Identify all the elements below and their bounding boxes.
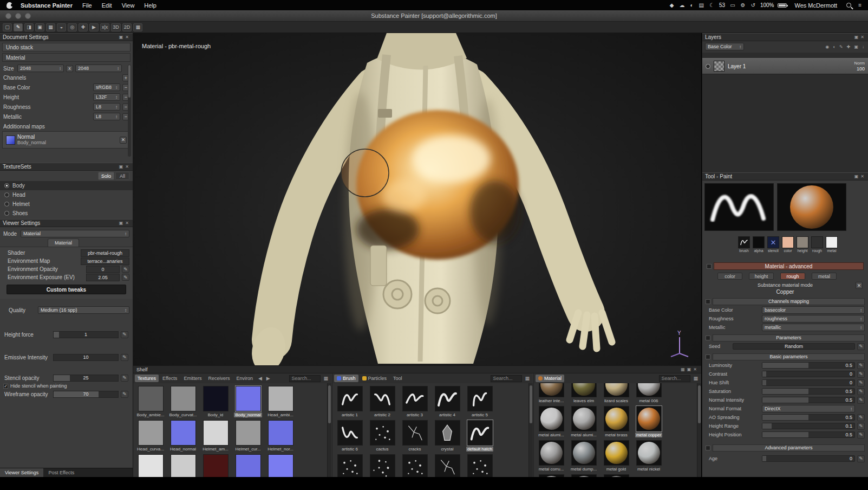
channel-metal[interactable]: metal [825,236,839,253]
left-scrollbar[interactable] [128,65,131,157]
emissive-intensity-slider[interactable]: 10 [53,354,119,361]
texture-item[interactable]: Body_normal [232,383,264,417]
grid-toggle-icon[interactable]: ▦ [133,23,142,31]
texture-set-head[interactable]: Head [0,190,133,199]
close-icon[interactable]: ✕ [692,367,698,372]
brush-item[interactable]: crystal [431,417,464,452]
cloud-icon[interactable]: ☁ [677,2,688,8]
tab-particles[interactable]: Particles [360,375,390,382]
import-icon[interactable]: ↓ [861,44,865,49]
stencil-opacity-slider[interactable]: 25 [53,375,119,382]
window-close-button[interactable] [5,13,11,19]
texture-item[interactable]: Shoes_curv... [167,452,199,477]
tab-material[interactable]: Material [536,375,564,382]
pen-icon[interactable]: ✎ [857,455,865,462]
channel-format-dropdown[interactable]: sRGB8↕ [93,83,120,91]
channel-color[interactable]: color [781,236,795,253]
prev-tabs-arrow[interactable]: ◀ [257,376,264,381]
texture-set-body[interactable]: Body [0,181,133,190]
brushes-search-input[interactable] [491,375,522,382]
parameters-header[interactable]: Parameters [713,334,865,341]
notification-center-icon[interactable]: ≡ [856,2,868,8]
pen-icon[interactable]: ✎ [857,423,865,430]
channel-format-dropdown[interactable]: L32F↕ [93,93,120,101]
param-slider[interactable]: 0.5 [762,397,855,403]
viewer-material-tab[interactable]: Material [48,238,79,247]
texture-set-helmet[interactable]: Helmet [0,199,133,209]
channel-format-dropdown[interactable]: L8↕ [93,113,120,120]
solo-button[interactable]: Solo [98,172,114,180]
add-folder-icon[interactable]: ▣ [853,44,859,49]
size-width-dropdown[interactable]: 2048↕ [17,65,64,72]
material-item[interactable]: leather inte... [535,383,567,403]
brush-item[interactable]: artistic 3 [399,383,431,417]
pen-icon[interactable]: ✎ [121,375,128,382]
material-item[interactable]: metal plate [600,472,632,477]
brush-item[interactable]: dirt 2 [366,452,399,477]
mapping-basecolor-dropdown[interactable]: basecolor↕ [762,306,865,314]
user-menu[interactable]: Wes McDermott [790,0,843,10]
polygon-fill-tool-icon[interactable]: ▦ [46,23,55,31]
tab-receivers[interactable]: Receivers [205,375,232,382]
menu-edit[interactable]: Edit [97,0,117,10]
pen-icon[interactable]: ✎ [857,379,865,386]
close-icon[interactable]: ✕ [124,164,130,169]
shader-value[interactable]: pbr-metal-rough [81,249,129,257]
material-item[interactable]: metal brass [600,403,632,437]
textures-search-input[interactable] [289,375,321,382]
texture-item[interactable]: Head_normal [167,417,199,452]
menu-view[interactable]: View [117,0,140,10]
character-model[interactable] [133,33,701,365]
normal-format-dropdown[interactable]: DirectX↕ [762,405,855,412]
layer-visibility-toggle[interactable] [706,64,710,69]
material-item[interactable]: metal plate [567,472,600,477]
environment-map-value[interactable]: terrace...anaries [81,257,129,265]
mode-dropdown[interactable]: Material↕ [21,230,129,237]
param-slider[interactable]: 0.1 [762,423,855,429]
material-item[interactable]: lizard scales [600,383,632,403]
brush-item[interactable]: dirt [334,452,366,477]
material-advanced-header[interactable]: Material - advanced [714,262,864,270]
height-force-slider[interactable]: 1 [53,331,119,338]
layer-row[interactable]: Layer 1 Norm 100 [702,58,868,74]
param-slider[interactable]: 0.5 [762,388,855,395]
layer-opacity-value[interactable]: 100 [857,66,865,72]
material-item[interactable]: metal alumi... [567,403,600,437]
tab-environment[interactable]: Environ [233,375,256,382]
channel-tab-rough[interactable]: rough [780,273,805,280]
environment-opacity-value[interactable]: 0 [86,266,120,273]
texture-item[interactable]: Helmet_cur... [232,417,264,452]
param-slider[interactable]: 0.5 [762,414,855,421]
dock-icon[interactable]: ▣ [853,35,860,40]
material-picker-tool-icon[interactable]: ✚ [79,23,88,31]
material-item[interactable]: metal alumi... [535,403,567,437]
spotlight-search-icon[interactable] [846,3,851,8]
texture-item[interactable]: Body_id [199,383,232,417]
param-slider[interactable]: 0.5 [762,362,855,369]
pen-icon[interactable]: ✎ [857,343,865,350]
close-icon[interactable]: ✕ [124,221,130,225]
texture-item[interactable] [199,452,232,477]
smudge-tool-icon[interactable]: ◒ [57,23,66,31]
pencil-icon[interactable]: ✎ [838,44,844,49]
pen-icon[interactable]: ✎ [121,391,128,398]
brushes-scrollbar[interactable] [528,383,533,477]
grid-view-icon[interactable]: ▦ [523,376,531,381]
time-machine-icon[interactable]: ↺ [748,2,758,8]
material-item[interactable]: metal corru... [535,437,567,472]
material-item[interactable]: metal dump... [567,437,600,472]
paint-tool-icon[interactable]: ✎ [14,23,23,31]
dock-icon[interactable]: ▣ [118,164,125,169]
materials-search-input[interactable] [659,375,690,382]
hide-stencil-checkbox[interactable]: ✓ [3,384,8,389]
list-icon[interactable]: ▤ [696,2,707,8]
texture-item[interactable]: Helmet_am... [199,417,232,452]
size-link-toggle[interactable]: x [66,65,73,72]
texture-item[interactable]: Head_ambi... [264,383,297,417]
all-button[interactable]: All [115,172,129,180]
tab-brush[interactable]: Brush [334,375,358,382]
texture-item[interactable]: Head_curva... [134,417,167,452]
channel-tab-metal[interactable]: metal [812,273,837,280]
view-2d-toggle[interactable]: 2D [122,23,132,31]
material-advanced-checkbox[interactable] [707,264,712,269]
